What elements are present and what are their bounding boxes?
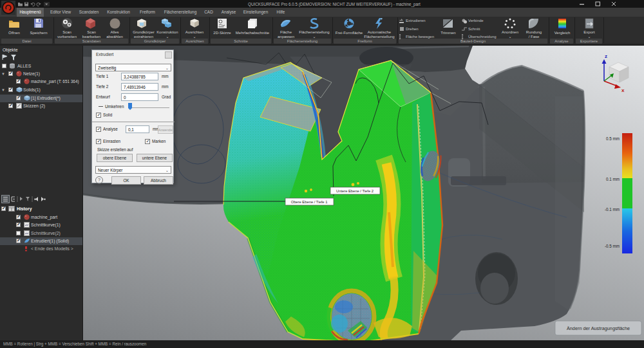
svg-text:Ändern der Austragungsfläche: Ändern der Austragungsfläche xyxy=(567,325,630,331)
svg-text:0.5 mm: 0.5 mm xyxy=(606,136,620,141)
svg-text:Obere Ebene / Tiefe 1: Obere Ebene / Tiefe 1 xyxy=(291,200,328,204)
svg-text:-0.1 mm: -0.1 mm xyxy=(605,207,620,212)
svg-text:x: x xyxy=(621,87,625,93)
svg-text:0.1 mm: 0.1 mm xyxy=(606,177,620,181)
svg-text:z: z xyxy=(605,53,607,59)
svg-text:-0.5 mm: -0.5 mm xyxy=(605,244,620,248)
svg-text:Untere Ebene / Tiefe 2: Untere Ebene / Tiefe 2 xyxy=(336,189,374,193)
